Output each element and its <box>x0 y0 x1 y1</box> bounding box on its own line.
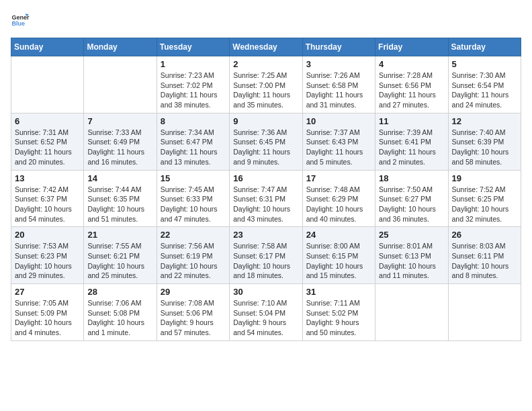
day-number: 3 <box>306 59 371 69</box>
calendar-cell <box>375 284 448 341</box>
day-number: 14 <box>87 173 152 183</box>
day-info: Sunrise: 7:23 AMSunset: 7:02 PMDaylight:… <box>161 71 226 110</box>
calendar-cell: 27Sunrise: 7:05 AMSunset: 5:09 PMDayligh… <box>11 284 84 341</box>
calendar-cell: 31Sunrise: 7:11 AMSunset: 5:02 PMDayligh… <box>302 284 375 341</box>
day-info: Sunrise: 7:10 AMSunset: 5:04 PMDaylight:… <box>233 298 298 338</box>
svg-text:Blue: Blue <box>11 20 25 27</box>
day-info: Sunrise: 7:06 AMSunset: 5:08 PMDaylight:… <box>87 298 152 338</box>
calendar-table: SundayMondayTuesdayWednesdayThursdayFrid… <box>11 38 521 341</box>
day-number: 21 <box>87 230 152 240</box>
weekday-header-saturday: Saturday <box>448 38 521 56</box>
calendar-cell: 25Sunrise: 8:01 AMSunset: 6:13 PMDayligh… <box>375 227 448 284</box>
calendar-cell: 14Sunrise: 7:44 AMSunset: 6:35 PMDayligh… <box>84 170 157 227</box>
day-number: 23 <box>233 230 298 240</box>
calendar-cell: 6Sunrise: 7:31 AMSunset: 6:52 PMDaylight… <box>11 113 84 170</box>
day-number: 5 <box>452 59 517 69</box>
day-number: 26 <box>452 230 517 240</box>
day-info: Sunrise: 7:40 AMSunset: 6:39 PMDaylight:… <box>452 128 517 167</box>
calendar-cell: 29Sunrise: 7:08 AMSunset: 5:06 PMDayligh… <box>157 284 229 341</box>
calendar-cell: 2Sunrise: 7:25 AMSunset: 7:00 PMDaylight… <box>230 56 302 113</box>
generalblue-logo-icon: General Blue <box>11 11 30 30</box>
calendar-cell: 24Sunrise: 8:00 AMSunset: 6:15 PMDayligh… <box>302 227 375 284</box>
calendar-cell: 11Sunrise: 7:39 AMSunset: 6:41 PMDayligh… <box>375 113 448 170</box>
day-info: Sunrise: 7:47 AMSunset: 6:31 PMDaylight:… <box>233 185 298 224</box>
weekday-header-thursday: Thursday <box>302 38 375 56</box>
logo: General Blue <box>11 11 32 30</box>
day-info: Sunrise: 7:08 AMSunset: 5:06 PMDaylight:… <box>161 298 226 338</box>
weekday-header-friday: Friday <box>375 38 448 56</box>
calendar-cell: 26Sunrise: 8:03 AMSunset: 6:11 PMDayligh… <box>448 227 521 284</box>
day-number: 10 <box>306 116 371 126</box>
calendar-cell: 22Sunrise: 7:56 AMSunset: 6:19 PMDayligh… <box>157 227 229 284</box>
weekday-header-sunday: Sunday <box>11 38 84 56</box>
calendar-cell: 16Sunrise: 7:47 AMSunset: 6:31 PMDayligh… <box>230 170 302 227</box>
day-number: 22 <box>161 230 226 240</box>
day-number: 11 <box>379 116 444 126</box>
calendar-cell: 3Sunrise: 7:26 AMSunset: 6:58 PMDaylight… <box>302 56 375 113</box>
day-number: 2 <box>233 59 298 69</box>
day-info: Sunrise: 8:03 AMSunset: 6:11 PMDaylight:… <box>452 241 517 281</box>
calendar-cell: 8Sunrise: 7:34 AMSunset: 6:47 PMDaylight… <box>157 113 229 170</box>
day-info: Sunrise: 8:01 AMSunset: 6:13 PMDaylight:… <box>379 241 444 281</box>
day-number: 16 <box>233 173 298 183</box>
day-info: Sunrise: 7:52 AMSunset: 6:25 PMDaylight:… <box>452 185 517 224</box>
day-info: Sunrise: 8:00 AMSunset: 6:15 PMDaylight:… <box>306 241 371 281</box>
calendar-cell: 7Sunrise: 7:33 AMSunset: 6:49 PMDaylight… <box>84 113 157 170</box>
day-number: 30 <box>233 287 298 297</box>
day-number: 15 <box>161 173 226 183</box>
day-info: Sunrise: 7:48 AMSunset: 6:29 PMDaylight:… <box>306 185 371 224</box>
day-info: Sunrise: 7:11 AMSunset: 5:02 PMDaylight:… <box>306 298 371 338</box>
day-info: Sunrise: 7:55 AMSunset: 6:21 PMDaylight:… <box>87 241 152 281</box>
page-header: General Blue <box>11 11 521 30</box>
day-info: Sunrise: 7:05 AMSunset: 5:09 PMDaylight:… <box>15 298 80 338</box>
day-info: Sunrise: 7:39 AMSunset: 6:41 PMDaylight:… <box>379 128 444 167</box>
weekday-header-monday: Monday <box>84 38 157 56</box>
day-number: 8 <box>161 116 226 126</box>
day-info: Sunrise: 7:31 AMSunset: 6:52 PMDaylight:… <box>15 128 80 167</box>
calendar-cell: 4Sunrise: 7:28 AMSunset: 6:56 PMDaylight… <box>375 56 448 113</box>
day-info: Sunrise: 7:33 AMSunset: 6:49 PMDaylight:… <box>87 128 152 167</box>
day-number: 27 <box>15 287 80 297</box>
calendar-cell: 5Sunrise: 7:30 AMSunset: 6:54 PMDaylight… <box>448 56 521 113</box>
day-info: Sunrise: 7:42 AMSunset: 6:37 PMDaylight:… <box>15 185 80 224</box>
calendar-cell: 1Sunrise: 7:23 AMSunset: 7:02 PMDaylight… <box>157 56 229 113</box>
day-number: 25 <box>379 230 444 240</box>
day-info: Sunrise: 7:34 AMSunset: 6:47 PMDaylight:… <box>161 128 226 167</box>
day-info: Sunrise: 7:44 AMSunset: 6:35 PMDaylight:… <box>87 185 152 224</box>
calendar-cell: 18Sunrise: 7:50 AMSunset: 6:27 PMDayligh… <box>375 170 448 227</box>
day-info: Sunrise: 7:25 AMSunset: 7:00 PMDaylight:… <box>233 71 298 110</box>
day-number: 1 <box>161 59 226 69</box>
weekday-header-tuesday: Tuesday <box>157 38 229 56</box>
day-info: Sunrise: 7:45 AMSunset: 6:33 PMDaylight:… <box>161 185 226 224</box>
day-info: Sunrise: 7:28 AMSunset: 6:56 PMDaylight:… <box>379 71 444 110</box>
day-info: Sunrise: 7:50 AMSunset: 6:27 PMDaylight:… <box>379 185 444 224</box>
day-number: 29 <box>161 287 226 297</box>
day-number: 24 <box>306 230 371 240</box>
day-number: 13 <box>15 173 80 183</box>
calendar-cell: 23Sunrise: 7:58 AMSunset: 6:17 PMDayligh… <box>230 227 302 284</box>
day-info: Sunrise: 7:56 AMSunset: 6:19 PMDaylight:… <box>161 241 226 281</box>
day-number: 4 <box>379 59 444 69</box>
calendar-cell: 13Sunrise: 7:42 AMSunset: 6:37 PMDayligh… <box>11 170 84 227</box>
calendar-cell: 19Sunrise: 7:52 AMSunset: 6:25 PMDayligh… <box>448 170 521 227</box>
calendar-cell: 9Sunrise: 7:36 AMSunset: 6:45 PMDaylight… <box>230 113 302 170</box>
calendar-cell: 17Sunrise: 7:48 AMSunset: 6:29 PMDayligh… <box>302 170 375 227</box>
calendar-cell: 30Sunrise: 7:10 AMSunset: 5:04 PMDayligh… <box>230 284 302 341</box>
calendar-cell: 15Sunrise: 7:45 AMSunset: 6:33 PMDayligh… <box>157 170 229 227</box>
day-info: Sunrise: 7:53 AMSunset: 6:23 PMDaylight:… <box>15 241 80 281</box>
day-number: 9 <box>233 116 298 126</box>
day-number: 28 <box>87 287 152 297</box>
day-number: 17 <box>306 173 371 183</box>
day-info: Sunrise: 7:37 AMSunset: 6:43 PMDaylight:… <box>306 128 371 167</box>
day-info: Sunrise: 7:36 AMSunset: 6:45 PMDaylight:… <box>233 128 298 167</box>
calendar-cell <box>84 56 157 113</box>
calendar-cell: 28Sunrise: 7:06 AMSunset: 5:08 PMDayligh… <box>84 284 157 341</box>
calendar-cell: 20Sunrise: 7:53 AMSunset: 6:23 PMDayligh… <box>11 227 84 284</box>
day-number: 31 <box>306 287 371 297</box>
day-info: Sunrise: 7:30 AMSunset: 6:54 PMDaylight:… <box>452 71 517 110</box>
calendar-cell: 10Sunrise: 7:37 AMSunset: 6:43 PMDayligh… <box>302 113 375 170</box>
day-number: 20 <box>15 230 80 240</box>
day-number: 12 <box>452 116 517 126</box>
calendar-cell: 21Sunrise: 7:55 AMSunset: 6:21 PMDayligh… <box>84 227 157 284</box>
day-number: 6 <box>15 116 80 126</box>
